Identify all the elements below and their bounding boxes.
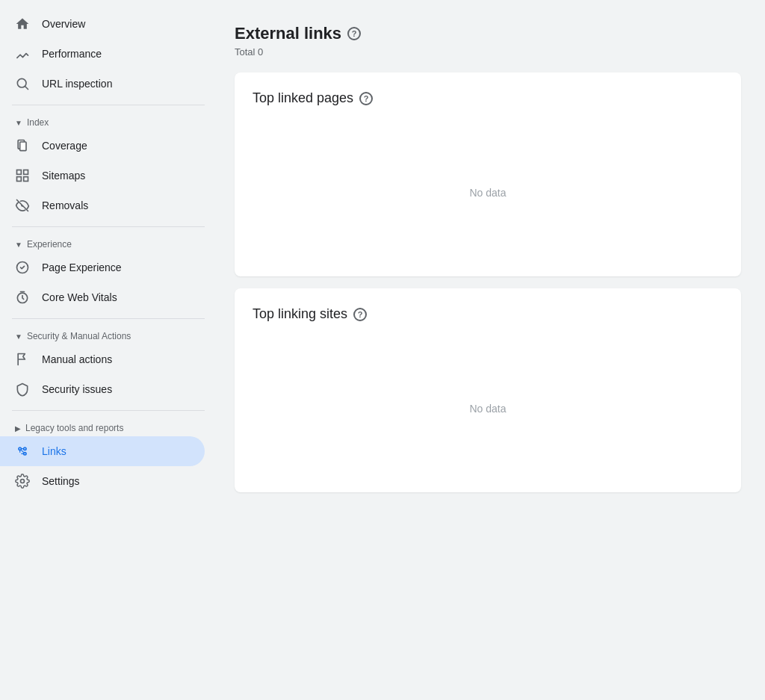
svg-rect-5 bbox=[17, 177, 22, 182]
sidebar-item-core-web-vitals[interactable]: Core Web Vitals bbox=[0, 282, 205, 312]
sidebar-label-settings: Settings bbox=[42, 475, 80, 487]
svg-rect-6 bbox=[24, 177, 28, 182]
sidebar: Overview Performance URL inspection ▼ In… bbox=[0, 0, 217, 700]
svg-rect-2 bbox=[20, 142, 26, 151]
divider-1 bbox=[12, 105, 205, 105]
sidebar-label-url-inspection: URL inspection bbox=[42, 78, 112, 90]
sidebar-label-overview: Overview bbox=[42, 18, 85, 30]
sidebar-item-security-issues[interactable]: Security issues bbox=[0, 374, 205, 404]
section-security-label: Security & Manual Actions bbox=[27, 331, 131, 341]
top-linking-sites-title: Top linking sites bbox=[253, 306, 347, 322]
sidebar-label-sitemaps: Sitemaps bbox=[42, 170, 85, 182]
chevron-index-icon: ▼ bbox=[15, 119, 22, 127]
sidebar-item-coverage[interactable]: Coverage bbox=[0, 131, 205, 161]
page-title: External links bbox=[235, 24, 341, 43]
chevron-legacy-icon: ▶ bbox=[15, 424, 21, 433]
file-copy-icon bbox=[15, 138, 30, 153]
top-linked-pages-title-row: Top linked pages ? bbox=[253, 90, 723, 106]
top-linking-sites-card: Top linking sites ? No data bbox=[235, 288, 741, 492]
top-linking-sites-title-row: Top linking sites ? bbox=[253, 306, 723, 322]
sidebar-item-url-inspection[interactable]: URL inspection bbox=[0, 69, 205, 99]
page-subtitle: Total 0 bbox=[235, 46, 741, 58]
sidebar-label-core-web-vitals: Core Web Vitals bbox=[42, 291, 117, 303]
sidebar-item-links[interactable]: Links bbox=[0, 436, 205, 466]
section-experience[interactable]: ▼ Experience bbox=[0, 233, 217, 253]
top-linked-pages-help-icon[interactable]: ? bbox=[359, 92, 373, 105]
sidebar-label-coverage: Coverage bbox=[42, 140, 87, 152]
chevron-experience-icon: ▼ bbox=[15, 241, 22, 249]
section-index[interactable]: ▼ Index bbox=[0, 111, 217, 131]
svg-point-10 bbox=[24, 453, 26, 455]
flag-icon bbox=[15, 352, 30, 367]
sidebar-label-page-experience: Page Experience bbox=[42, 261, 122, 273]
sidebar-label-manual-actions: Manual actions bbox=[42, 353, 112, 365]
section-security[interactable]: ▼ Security & Manual Actions bbox=[0, 325, 217, 344]
trending-up-icon bbox=[15, 46, 30, 61]
section-legacy[interactable]: ▶ Legacy tools and reports bbox=[0, 417, 217, 436]
search-icon bbox=[15, 76, 30, 91]
section-index-label: Index bbox=[27, 117, 49, 128]
settings-icon bbox=[15, 474, 30, 489]
shield-check-icon bbox=[15, 260, 30, 275]
sidebar-item-removals[interactable]: Removals bbox=[0, 191, 205, 220]
svg-point-12 bbox=[21, 480, 25, 483]
svg-point-9 bbox=[19, 447, 21, 450]
sidebar-label-security-issues: Security issues bbox=[42, 383, 112, 395]
section-experience-label: Experience bbox=[27, 239, 72, 250]
sidebar-label-links: Links bbox=[42, 445, 66, 457]
svg-point-11 bbox=[24, 447, 26, 450]
top-linked-pages-title: Top linked pages bbox=[253, 90, 353, 106]
divider-3 bbox=[12, 318, 205, 319]
top-linked-pages-card: Top linked pages ? No data bbox=[235, 72, 741, 276]
sidebar-item-sitemaps[interactable]: Sitemaps bbox=[0, 161, 205, 191]
main-content: External links ? Total 0 Top linked page… bbox=[217, 0, 765, 700]
divider-2 bbox=[12, 226, 205, 227]
page-header: External links ? bbox=[235, 24, 741, 43]
section-legacy-label: Legacy tools and reports bbox=[25, 423, 123, 433]
sidebar-item-overview[interactable]: Overview bbox=[0, 9, 205, 39]
remove-eye-icon bbox=[15, 198, 30, 213]
sidebar-item-settings[interactable]: Settings bbox=[0, 466, 205, 496]
home-icon bbox=[15, 16, 30, 31]
help-icon[interactable]: ? bbox=[347, 27, 361, 40]
sidebar-label-performance: Performance bbox=[42, 48, 102, 60]
sidebar-item-manual-actions[interactable]: Manual actions bbox=[0, 344, 205, 374]
top-linked-pages-no-data: No data bbox=[253, 112, 723, 258]
svg-rect-4 bbox=[24, 170, 28, 175]
svg-rect-3 bbox=[17, 170, 22, 175]
top-linking-sites-no-data: No data bbox=[253, 328, 723, 474]
sidebar-item-performance[interactable]: Performance bbox=[0, 39, 205, 69]
grid-icon bbox=[15, 168, 30, 183]
sidebar-label-removals: Removals bbox=[42, 199, 88, 211]
links-icon bbox=[15, 444, 30, 459]
shield-icon bbox=[15, 382, 30, 397]
top-linking-sites-help-icon[interactable]: ? bbox=[353, 308, 367, 321]
divider-4 bbox=[12, 410, 205, 411]
timer-icon bbox=[15, 290, 30, 305]
chevron-security-icon: ▼ bbox=[15, 332, 22, 341]
sidebar-item-page-experience[interactable]: Page Experience bbox=[0, 253, 205, 282]
